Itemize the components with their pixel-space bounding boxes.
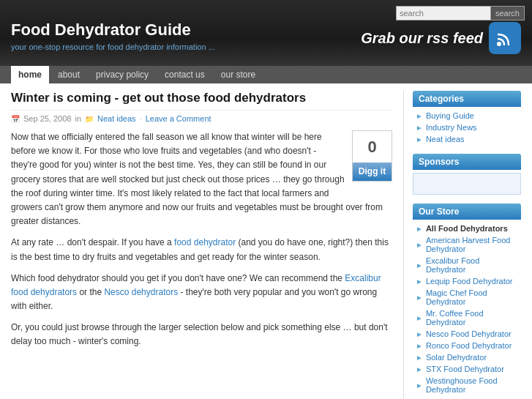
store-mr-coffee[interactable]: ►Mr. Coffee Food Dehydrator: [413, 307, 521, 328]
arrow-icon: ►: [416, 314, 423, 322]
store-stx[interactable]: ►STX Food Dehydrator: [413, 363, 521, 375]
rss-icon[interactable]: [489, 22, 521, 54]
category-industry-news[interactable]: ►Industry News: [413, 122, 521, 133]
store-nesco[interactable]: ►Nesco Food Dehydrator: [413, 328, 521, 340]
post-date: Sep 25, 2008: [23, 114, 71, 123]
store-all-dehydrators[interactable]: ►All Food Dehydrators: [413, 223, 521, 234]
post-body: 0 Digg it Now that we officially entered…: [11, 130, 392, 349]
search-input[interactable]: [396, 6, 491, 20]
category-buying-guide[interactable]: ►Buying Guide: [413, 110, 521, 122]
categories-section: Categories ►Buying Guide ►Industry News …: [413, 91, 521, 145]
post-meta: 📅 Sep 25, 2008 in 📁 Neat ideas · Leave a…: [11, 114, 392, 123]
arrow-icon: ►: [416, 112, 423, 120]
arrow-icon: ►: [416, 354, 423, 362]
store-magic-chef[interactable]: ►Magic Chef Food Dehydrator: [413, 287, 521, 307]
arrow-icon: ►: [416, 225, 423, 233]
arrow-icon: ►: [416, 365, 423, 373]
food-dehydrator-link[interactable]: food dehydrator: [174, 237, 236, 247]
arrow-icon: ►: [416, 135, 423, 143]
search-button[interactable]: search: [491, 6, 525, 20]
arrow-icon: ►: [416, 294, 423, 302]
rss-text: Grab our rss feed: [361, 30, 483, 47]
nesco-link[interactable]: Nesco dehydrators: [104, 287, 178, 297]
store-american-harvest[interactable]: ►American Harvest Food Dehydrator: [413, 234, 521, 255]
digg-count: 0: [353, 131, 391, 160]
meta-separator: ·: [140, 114, 142, 123]
sponsors-content: [413, 173, 521, 195]
sponsors-header: Sponsors: [413, 154, 521, 170]
meta-in: in: [75, 114, 81, 123]
arrow-icon: ►: [416, 330, 423, 338]
store-excalibur[interactable]: ►Excalibur Food Dehydrator: [413, 255, 521, 275]
content-area: Winter is coming - get out those food de…: [11, 91, 404, 399]
nav-store[interactable]: our store: [214, 66, 263, 83]
svg-point-0: [497, 42, 501, 46]
arrow-icon: ►: [416, 342, 423, 350]
search-bar: search: [396, 6, 525, 20]
post-paragraph-2: At any rate … don't despair. If you have…: [11, 236, 392, 264]
nav-about[interactable]: about: [50, 66, 87, 83]
store-westinghouse[interactable]: ►Westinghouse Food Dehydrator: [413, 375, 521, 395]
post-paragraph-3: Which food dehydrator should you get if …: [11, 272, 392, 314]
site-header: search Food Dehydrator Guide your one-st…: [0, 0, 532, 66]
nav-contact[interactable]: contact us: [157, 66, 212, 83]
digg-box: 0 Digg it: [352, 130, 392, 182]
arrow-icon: ►: [416, 277, 423, 286]
sidebar: Categories ►Buying Guide ►Industry News …: [404, 91, 521, 399]
post-paragraph-1: Now that we officially entered the fall …: [11, 130, 392, 228]
store-solar[interactable]: ►Solar Dehydrator: [413, 351, 521, 363]
digg-button[interactable]: Digg it: [353, 163, 391, 181]
store-header: Our Store: [413, 204, 521, 220]
post-paragraph-4: Or, you could just browse through the la…: [11, 321, 392, 348]
categories-header: Categories: [413, 91, 521, 107]
arrow-icon: ►: [416, 381, 423, 389]
calendar-icon: 📅: [11, 115, 20, 123]
arrow-icon: ►: [416, 124, 423, 132]
post-category[interactable]: Neat ideas: [97, 114, 136, 123]
excalibur-link[interactable]: Excalibur food dehydrators: [11, 273, 381, 297]
post-title: Winter is coming - get out those food de…: [11, 91, 392, 111]
store-ronco[interactable]: ►Ronco Food Dehydrator: [413, 340, 521, 351]
nav-home[interactable]: home: [11, 66, 49, 83]
rss-area[interactable]: Grab our rss feed: [361, 22, 521, 54]
post-category-icon: 📁: [85, 115, 94, 123]
post-comment-link[interactable]: Leave a Comment: [146, 114, 211, 123]
main-content: Winter is coming - get out those food de…: [0, 83, 532, 399]
nav-privacy[interactable]: privacy policy: [89, 66, 156, 83]
arrow-icon: ►: [416, 261, 423, 269]
arrow-icon: ►: [416, 241, 423, 249]
store-lequip[interactable]: ►Lequip Food Dehydrator: [413, 275, 521, 287]
sponsors-section: Sponsors: [413, 154, 521, 195]
store-section: Our Store ►All Food Dehydrators ►America…: [413, 204, 521, 399]
nav-bar: home about privacy policy contact us our…: [0, 66, 532, 83]
category-neat-ideas[interactable]: ►Neat ideas: [413, 133, 521, 145]
